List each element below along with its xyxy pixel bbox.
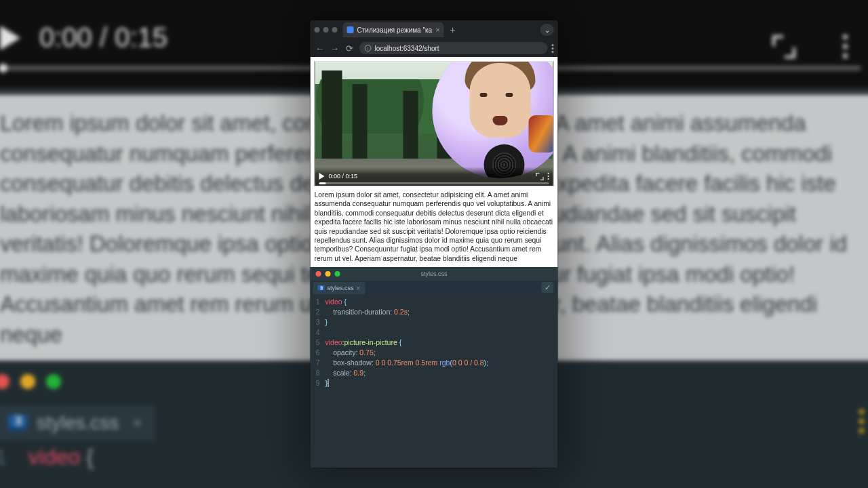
bg-editor-tab-label: styles.css (37, 412, 119, 434)
foreground-column: Стилизация режима "ка × + ⌄ ← → ⟳ i loca… (311, 20, 558, 468)
kebab-icon (859, 409, 864, 433)
back-button[interactable]: ← (315, 43, 326, 54)
forward-button[interactable]: → (330, 43, 340, 54)
window-traffic-lights[interactable] (315, 27, 338, 33)
address-bar[interactable]: i localhost:63342/short (359, 42, 548, 54)
play-icon (0, 26, 20, 50)
editor-traffic-lights[interactable] (316, 271, 340, 277)
css-icon: ∃ (318, 285, 325, 291)
editor-title: styles.css (420, 270, 447, 277)
editor-titlebar: styles.css (311, 267, 558, 281)
editor-tabbar: ∃ styles.css × (311, 281, 558, 294)
editor-tab[interactable]: ∃ styles.css × (313, 282, 366, 294)
browser-chrome: Стилизация режима "ка × + ⌄ ← → ⟳ i loca… (311, 20, 558, 57)
browser-toolbar: ← → ⟳ i localhost:63342/short (311, 39, 558, 57)
bg-video-time: 0:00 / 0:15 (39, 22, 167, 53)
site-info-icon[interactable]: i (365, 45, 372, 52)
lorem-paragraph: Lorem ipsum dolor sit amet, consectetur … (315, 190, 554, 263)
favicon-icon (347, 26, 354, 33)
close-icon[interactable]: × (357, 285, 361, 292)
browser-tab[interactable]: Стилизация режима "ка × (343, 22, 444, 37)
video-time: 0:00 / 0:15 (329, 173, 358, 180)
video-progress[interactable] (319, 182, 549, 184)
css-icon: ∃ (8, 415, 27, 431)
close-icon[interactable]: × (435, 26, 439, 34)
browser-tab-title: Стилизация режима "ка (357, 26, 433, 34)
tabs-dropdown-button[interactable]: ⌄ (540, 24, 554, 36)
kebab-icon (843, 35, 848, 58)
address-bar-text: localhost:63342/short (375, 45, 439, 52)
video-menu-button[interactable] (547, 173, 549, 180)
bg-editor-tab: ∃ styles.css × (0, 405, 155, 441)
play-button[interactable] (319, 173, 325, 180)
fullscreen-button[interactable] (536, 173, 543, 180)
code-editor: styles.css ∃ styles.css × ✓ 1video { 2 t… (311, 267, 558, 468)
editor-tab-label: styles.css (328, 285, 354, 291)
video-controls: 0:00 / 0:15 (315, 167, 553, 186)
fullscreen-icon (772, 35, 795, 58)
text-cursor (328, 379, 328, 387)
editor-status-check[interactable]: ✓ (542, 282, 554, 293)
browser-tabbar: Стилизация режима "ка × + ⌄ (311, 20, 558, 39)
new-tab-button[interactable]: + (447, 24, 459, 36)
page-content: 0:00 / 0:15 Lorem ipsum dolor sit amet, … (311, 57, 558, 267)
close-icon: × (132, 413, 142, 432)
video-player[interactable]: 0:00 / 0:15 (315, 61, 554, 186)
code-area[interactable]: 1video { 2 transition-duration: 0.2s; 3}… (311, 294, 558, 468)
reload-button[interactable]: ⟳ (344, 43, 355, 54)
browser-menu-button[interactable] (552, 44, 554, 53)
